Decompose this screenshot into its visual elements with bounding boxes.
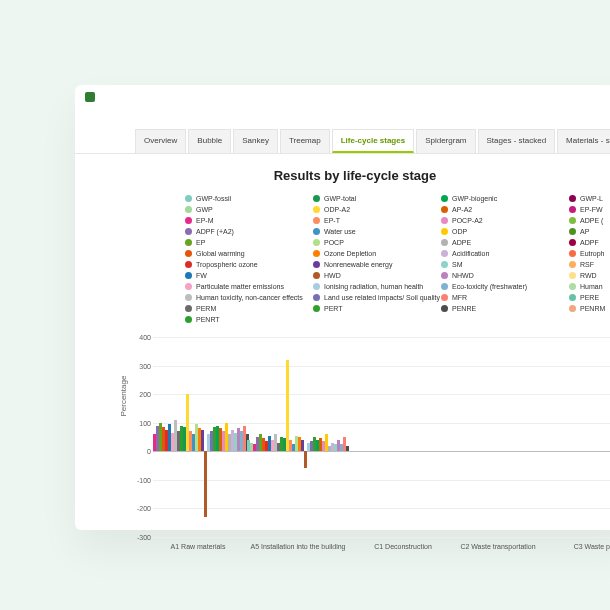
legend-item[interactable]: RSF bbox=[569, 259, 610, 270]
legend-swatch bbox=[313, 305, 320, 312]
legend-swatch bbox=[185, 217, 192, 224]
legend-item[interactable]: Ozone Depletion bbox=[313, 248, 413, 259]
legend-item[interactable]: GWP-fossil bbox=[185, 193, 285, 204]
tab-overview[interactable]: Overview bbox=[135, 129, 186, 153]
tab-materials-stacked[interactable]: Materials - stacked bbox=[557, 129, 610, 153]
legend-label: MFR bbox=[452, 292, 467, 303]
legend-item[interactable]: ADPF (+A2) bbox=[185, 226, 285, 237]
x-tick-label: A1 Raw materials bbox=[171, 543, 226, 550]
legend-label: AP-A2 bbox=[452, 204, 472, 215]
bar[interactable] bbox=[304, 451, 307, 468]
tab-sankey[interactable]: Sankey bbox=[233, 129, 278, 153]
legend-item[interactable]: ADPE ( bbox=[569, 215, 610, 226]
legend-item[interactable]: Land use related impacts/ Soil quality bbox=[313, 292, 413, 303]
legend-item[interactable]: MFR bbox=[441, 292, 541, 303]
legend-item[interactable]: FW bbox=[185, 270, 285, 281]
legend-item[interactable]: Ionising radiation, human health bbox=[313, 281, 413, 292]
legend-item[interactable]: PERE bbox=[569, 292, 610, 303]
legend-item[interactable]: Particulate matter emissions bbox=[185, 281, 285, 292]
bar[interactable] bbox=[301, 440, 304, 451]
legend-label: ADPF bbox=[580, 237, 599, 248]
legend-item[interactable]: AP bbox=[569, 226, 610, 237]
legend-item[interactable]: POCP bbox=[313, 237, 413, 248]
legend-item[interactable]: Global warming bbox=[185, 248, 285, 259]
legend-item[interactable]: PERT bbox=[313, 303, 413, 314]
legend-item[interactable]: PENRM bbox=[569, 303, 610, 314]
legend-item[interactable]: EP-M bbox=[185, 215, 285, 226]
legend-swatch bbox=[441, 228, 448, 235]
bar[interactable] bbox=[286, 360, 289, 451]
legend-label: GWP-total bbox=[324, 193, 356, 204]
legend-label: Nonrenewable energy bbox=[324, 259, 393, 270]
tab-life-cycle-stages[interactable]: Life-cycle stages bbox=[332, 129, 414, 153]
legend-item[interactable]: Acidification bbox=[441, 248, 541, 259]
legend-swatch bbox=[313, 239, 320, 246]
legend-swatch bbox=[569, 305, 576, 312]
legend-swatch bbox=[441, 250, 448, 257]
tab-treemap[interactable]: Treemap bbox=[280, 129, 330, 153]
legend-item[interactable]: PENRT bbox=[185, 314, 285, 325]
legend-label: EP-T bbox=[324, 215, 340, 226]
legend-item[interactable]: Tropospheric ozone bbox=[185, 259, 285, 270]
legend-swatch bbox=[569, 294, 576, 301]
legend-item[interactable]: Human toxicity, non-cancer effects bbox=[185, 292, 285, 303]
tab-spidergram[interactable]: Spidergram bbox=[416, 129, 475, 153]
category-group bbox=[153, 337, 249, 537]
legend-item[interactable]: Eutroph bbox=[569, 248, 610, 259]
legend-item[interactable]: PERM bbox=[185, 303, 285, 314]
legend-swatch bbox=[313, 228, 320, 235]
legend-item[interactable]: SM bbox=[441, 259, 541, 270]
legend-swatch bbox=[185, 283, 192, 290]
legend-label: RSF bbox=[580, 259, 594, 270]
category-group bbox=[447, 337, 549, 537]
legend-item[interactable]: GWP-L bbox=[569, 193, 610, 204]
y-tick-label: -100 bbox=[131, 476, 151, 483]
legend-item[interactable]: RWD bbox=[569, 270, 610, 281]
app-window: OverviewBubbleSankeyTreemapLife-cycle st… bbox=[75, 85, 610, 530]
legend-item[interactable]: Nonrenewable energy bbox=[313, 259, 413, 270]
legend-label: PERE bbox=[580, 292, 599, 303]
legend-swatch bbox=[313, 250, 320, 257]
legend-label: ADPF (+A2) bbox=[196, 226, 234, 237]
legend-label: ADPE ( bbox=[580, 215, 603, 226]
legend-swatch bbox=[185, 294, 192, 301]
legend-item[interactable]: AP-A2 bbox=[441, 204, 541, 215]
category-group bbox=[247, 337, 349, 537]
tab-bubble[interactable]: Bubble bbox=[188, 129, 231, 153]
legend-swatch bbox=[185, 316, 192, 323]
legend-item[interactable]: EP-T bbox=[313, 215, 413, 226]
legend-swatch bbox=[313, 217, 320, 224]
legend-item[interactable]: EP bbox=[185, 237, 285, 248]
legend-label: GWP bbox=[196, 204, 213, 215]
legend-item[interactable]: PENRE bbox=[441, 303, 541, 314]
legend-item[interactable]: Human bbox=[569, 281, 610, 292]
legend-label: Eutroph bbox=[580, 248, 605, 259]
legend-column: GWP-LEP-FWADPE (APADPFEutrophRSFRWDHuman… bbox=[569, 193, 610, 325]
legend-item[interactable]: GWP bbox=[185, 204, 285, 215]
bar[interactable] bbox=[201, 430, 204, 451]
legend-label: PERT bbox=[324, 303, 343, 314]
legend-swatch bbox=[569, 283, 576, 290]
legend-swatch bbox=[441, 305, 448, 312]
tab-stages-stacked[interactable]: Stages - stacked bbox=[478, 129, 556, 153]
legend-item[interactable]: GWP-biogenic bbox=[441, 193, 541, 204]
legend-item[interactable]: GWP-total bbox=[313, 193, 413, 204]
legend-item[interactable]: Water use bbox=[313, 226, 413, 237]
bar[interactable] bbox=[346, 446, 349, 452]
legend-item[interactable]: HWD bbox=[313, 270, 413, 281]
legend-item[interactable]: ADPE bbox=[441, 237, 541, 248]
y-axis-label: Percentage bbox=[119, 376, 128, 417]
legend-item[interactable]: ODP bbox=[441, 226, 541, 237]
legend-label: GWP-biogenic bbox=[452, 193, 497, 204]
legend-item[interactable]: POCP-A2 bbox=[441, 215, 541, 226]
legend-item[interactable]: EP-FW bbox=[569, 204, 610, 215]
legend-item[interactable]: ODP-A2 bbox=[313, 204, 413, 215]
legend-label: GWP-L bbox=[580, 193, 603, 204]
legend-label: ODP bbox=[452, 226, 467, 237]
legend-swatch bbox=[441, 206, 448, 213]
bar[interactable] bbox=[204, 451, 207, 517]
x-tick-label: C3 Waste pr bbox=[574, 543, 610, 550]
legend-item[interactable]: ADPF bbox=[569, 237, 610, 248]
legend-item[interactable]: Eco-toxicity (freshwater) bbox=[441, 281, 541, 292]
legend-item[interactable]: NHWD bbox=[441, 270, 541, 281]
